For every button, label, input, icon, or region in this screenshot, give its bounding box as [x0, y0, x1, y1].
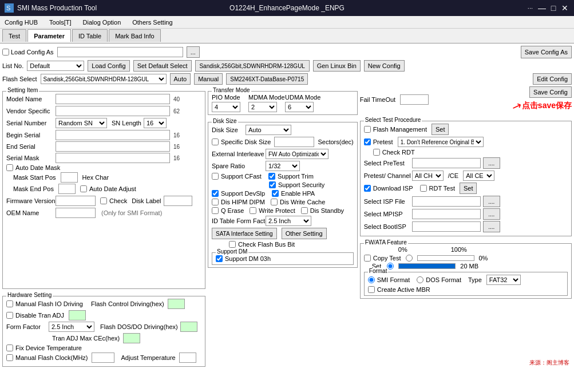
- firmware-version-input[interactable]: JK190615: [56, 196, 96, 206]
- config-path-input[interactable]: D:\Tools\硬盘信息检测开卡工具\2246XT\sm2246X ...: [57, 47, 183, 57]
- save-config-as-btn[interactable]: Save Config As: [521, 46, 572, 58]
- create-active-mbr-checkbox[interactable]: [368, 286, 375, 293]
- load-config-checkbox[interactable]: [2, 49, 9, 56]
- browse-config-btn[interactable]: ...: [187, 46, 200, 58]
- dos-format-radio[interactable]: [417, 276, 423, 283]
- manual-flash-clock-input[interactable]: 200: [92, 353, 114, 363]
- pretest-checkbox[interactable]: [364, 138, 371, 145]
- begin-serial-input[interactable]: AA00000000000000: [56, 130, 170, 140]
- tran-adj-max-input[interactable]: 0: [123, 333, 140, 343]
- select-bootisp-input[interactable]: BootISP2246.bin: [412, 221, 481, 232]
- menu-config-hub[interactable]: Config HUB: [2, 18, 40, 26]
- fail-timeout-input[interactable]: 600: [400, 94, 429, 105]
- minimize-btn[interactable]: —: [537, 3, 547, 13]
- fat32-select[interactable]: FAT32: [486, 275, 521, 285]
- pio-mode-select[interactable]: 4: [212, 102, 240, 112]
- support-cfast-checkbox[interactable]: [212, 173, 219, 180]
- smi-format-radio[interactable]: [368, 276, 375, 283]
- spare-ratio-select[interactable]: 1/32: [266, 161, 300, 171]
- support-devslp-checkbox[interactable]: [212, 190, 219, 197]
- browse-isp-btn[interactable]: ....: [483, 196, 500, 207]
- dis-write-cache-checkbox[interactable]: [271, 199, 278, 205]
- new-config-btn[interactable]: New Config: [364, 60, 405, 72]
- end-serial-input[interactable]: AA00000000000000: [56, 141, 170, 152]
- dis-hipm-dipm-checkbox[interactable]: [212, 199, 219, 205]
- tab-mark-bad-info[interactable]: Mark Bad Info: [109, 29, 160, 42]
- mask-start-pos-input[interactable]: 3: [61, 172, 78, 183]
- other-setting-btn[interactable]: Other Setting: [282, 228, 327, 239]
- auto-date-adjust-checkbox[interactable]: [80, 185, 87, 192]
- write-protect-checkbox[interactable]: [250, 207, 256, 214]
- fix-device-temp-checkbox[interactable]: [6, 345, 13, 351]
- sandisk-btn[interactable]: Sandisk,256Gbit,SDWNRHDRM-128GUL: [195, 60, 310, 72]
- flash-management-checkbox[interactable]: [364, 126, 371, 133]
- serial-number-select[interactable]: Random SN: [56, 118, 107, 128]
- fw-check-checkbox[interactable]: [100, 197, 107, 204]
- select-mpisp-input[interactable]: MPISP2246.bin: [412, 209, 481, 219]
- flash-management-set-btn[interactable]: Set: [432, 124, 449, 135]
- oem-name-input[interactable]: DISKDISK: [56, 208, 96, 218]
- disk-label-input[interactable]: X_STAR: [164, 196, 192, 206]
- select-isp-file-input[interactable]: ISP2246XT.bin: [412, 196, 481, 207]
- udma-mode-select[interactable]: 6: [285, 102, 314, 112]
- sn-length-select[interactable]: 16: [144, 118, 167, 128]
- browse-pretest-btn[interactable]: ....: [483, 157, 500, 169]
- check-flash-bus-bit-checkbox[interactable]: [229, 241, 236, 248]
- mdma-mode-select[interactable]: 2: [248, 102, 277, 112]
- menu-dialog-option[interactable]: Dialog Option: [81, 18, 124, 26]
- select-pretest-input[interactable]: PTEST2246.bin: [412, 158, 481, 168]
- menu-tools[interactable]: Tools[T]: [47, 18, 74, 26]
- serial-mask-input[interactable]: AA############: [56, 153, 170, 163]
- adjust-temp-input[interactable]: 0: [179, 353, 196, 363]
- download-isp-checkbox[interactable]: [364, 185, 371, 192]
- disable-tran-adj-checkbox[interactable]: [6, 312, 13, 319]
- specific-disk-size-input[interactable]: 13000000: [274, 137, 314, 147]
- val66-input[interactable]: 66: [69, 310, 86, 320]
- auto-date-mask-checkbox[interactable]: [6, 164, 13, 171]
- support-security-checkbox[interactable]: [269, 181, 276, 188]
- browse-mpisp-btn[interactable]: ....: [483, 208, 500, 220]
- dis-standby-checkbox[interactable]: [301, 207, 308, 214]
- all-ce-select[interactable]: All CE: [463, 171, 494, 181]
- browse-bootisp-btn[interactable]: ....: [483, 221, 500, 232]
- manual-flash-clock-checkbox[interactable]: [6, 354, 13, 361]
- edit-config-btn[interactable]: Edit Config: [533, 73, 572, 85]
- support-dm-03h-checkbox[interactable]: [216, 255, 223, 262]
- sata-interface-btn[interactable]: SATA Interface Setting: [212, 228, 277, 239]
- pretest-select[interactable]: 1. Don't Reference Original Bad: [398, 137, 484, 147]
- sm-database-btn[interactable]: SM2246XT-DataBase-P0715: [226, 73, 308, 85]
- form-factor-select[interactable]: 2.5 Inch: [49, 322, 94, 332]
- id-table-ff-select[interactable]: 2.5 Inch: [266, 216, 311, 226]
- model-name-input[interactable]: SM2246XT-SSD-15131-256G: [56, 94, 170, 104]
- copy-test-radio[interactable]: [406, 255, 413, 262]
- vendor-specific-input[interactable]: MuXiuGe SSD: [56, 106, 170, 116]
- copy-test-checkbox[interactable]: [364, 255, 371, 262]
- manual-btn[interactable]: Manual: [194, 73, 223, 85]
- load-config-btn[interactable]: Load Config: [88, 60, 129, 72]
- more-btn[interactable]: ···: [528, 5, 533, 11]
- maximize-btn[interactable]: □: [549, 3, 558, 13]
- specific-disk-size-checkbox[interactable]: [212, 138, 219, 145]
- flash-control-val-input[interactable]: 66: [168, 299, 185, 309]
- save-config-btn[interactable]: Save Config: [529, 86, 572, 98]
- q-erase-checkbox[interactable]: [212, 207, 219, 214]
- external-interleave-select[interactable]: FW Auto Optimization: [266, 149, 328, 159]
- all-ch-select[interactable]: All CH: [412, 171, 444, 181]
- auto-btn[interactable]: Auto: [170, 73, 191, 85]
- enable-hpa-checkbox[interactable]: [272, 190, 279, 197]
- mask-end-pos-input[interactable]: 10: [58, 184, 76, 194]
- menu-others-setting[interactable]: Others Setting: [130, 18, 175, 26]
- gen-linux-bin-btn[interactable]: Gen Linux Bin: [313, 60, 361, 72]
- rdt-set-btn[interactable]: Set: [460, 183, 477, 194]
- flash-select-dropdown[interactable]: Sandisk,256Gbit,SDWNRHDRM-128GUL: [41, 74, 167, 84]
- rdt-test-checkbox[interactable]: [420, 185, 427, 192]
- disk-size-select[interactable]: Auto: [246, 125, 291, 135]
- check-rdt-checkbox[interactable]: [373, 149, 380, 156]
- tab-test[interactable]: Test: [2, 29, 26, 42]
- manual-flash-io-checkbox[interactable]: [6, 300, 13, 307]
- set-default-select-btn[interactable]: Set Default Select: [133, 60, 192, 72]
- support-trim-checkbox[interactable]: [268, 173, 275, 180]
- tab-id-table[interactable]: ID Table: [72, 29, 108, 42]
- tab-parameter[interactable]: Parameter: [27, 29, 71, 42]
- flash-dosdo-input[interactable]: 66: [180, 322, 197, 332]
